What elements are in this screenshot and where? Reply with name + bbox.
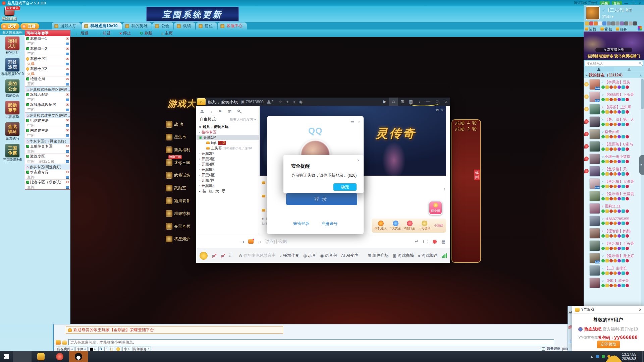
tab-groups[interactable] — [614, 67, 644, 72]
game-card-icon[interactable] — [248, 239, 254, 244]
page-menu-item[interactable]: 速撸三国 迷你三国 — [166, 156, 197, 169]
friend-row[interactable]: N/A ♂【宇风流】逗头 — [584, 78, 641, 90]
page-menu-item[interactable]: 星集市 — [166, 131, 197, 143]
mini-game[interactable]: 0嘉打金 — [404, 221, 415, 231]
board-icon[interactable] — [66, 186, 69, 189]
scrollbar-thumb[interactable] — [641, 79, 644, 109]
room-item[interactable]: 武勋专房1 ✉ 火爆 — [25, 56, 70, 66]
channel-tree-row[interactable]: 开黑4区 — [196, 162, 259, 167]
promo-banner[interactable]: 宝囤系统更新 — [146, 7, 239, 21]
close-icon[interactable]: × — [357, 158, 360, 163]
board-icon[interactable] — [66, 99, 69, 101]
search-input[interactable] — [585, 61, 643, 66]
room-section-header[interactable]: 华东专区3（网速良好） — [25, 138, 70, 144]
panel-collapse-handle[interactable] — [639, 155, 644, 175]
channel-tree-row[interactable]: 开黑2区 — [196, 151, 259, 156]
friend-row[interactable]: ♂【鱼乐撸】上头哥 — [584, 239, 641, 252]
tab[interactable]: 爵位 — [196, 22, 217, 29]
friend-row[interactable]: ♂【楚、汉】第一人 — [584, 115, 641, 128]
page-menu-item[interactable]: 颍川装备 — [166, 194, 197, 207]
series-item[interactable]: 金戈铁马 金戈铁马 — [0, 122, 25, 141]
mail-icon[interactable]: ✉ — [66, 103, 69, 107]
page-menu-item[interactable]: 战 功 — [166, 118, 197, 131]
star-icon[interactable]: ☆ — [278, 100, 282, 104]
friend-avatar[interactable] — [589, 278, 600, 288]
speaker-muted-icon[interactable] — [212, 253, 216, 258]
register-link[interactable]: 注册账号 — [321, 221, 337, 227]
friend-avatar[interactable]: N/A — [589, 79, 600, 90]
nav-button[interactable]: →前进 — [97, 31, 111, 36]
channel-tree-row[interactable]: 开黑6区 — [196, 172, 259, 178]
friend-avatar[interactable] — [589, 203, 600, 214]
friend-avatar[interactable] — [589, 141, 600, 152]
tab[interactable]: 公会 — [152, 22, 173, 29]
room-item[interactable]: 网通建主房 ✉ 空闲 — [25, 128, 70, 138]
series-item[interactable]: 武勋赛季 武勋赛季 — [0, 101, 25, 119]
yy-action-button[interactable]: 任务 — [616, 27, 627, 32]
list-icon[interactable]: ⊞ — [398, 98, 407, 106]
tool-button[interactable]: ▣游戏商城 — [392, 253, 414, 258]
tool-button[interactable]: ◎录音 — [303, 253, 316, 258]
board-icon[interactable] — [66, 109, 69, 111]
room-item[interactable]: 比赛专区（联赛试） ✉ 空闲 — [25, 180, 70, 190]
friend-avatar[interactable] — [589, 191, 600, 201]
live-button[interactable]: 直播 — [20, 23, 39, 29]
coin-badge[interactable]: 碰金币 — [429, 201, 442, 215]
room-item[interactable]: 水友赛专房 ✉ 空闲 — [25, 170, 70, 180]
friend-row[interactable]: N/A ♂【鱼乐撸】大洛哥 — [584, 177, 641, 190]
rules-ribbon[interactable]: 规则 — [474, 170, 480, 180]
room-section-header[interactable]: 经典模式建主专区(网通… — [25, 112, 70, 118]
close-icon[interactable]: × — [639, 307, 641, 312]
friend-row[interactable]: ♂赵云如虎 — [584, 128, 641, 140]
recent-icon[interactable]: ○ — [209, 109, 212, 114]
tab-friends[interactable] — [584, 67, 614, 72]
room-item[interactable]: 双线匹配房 ✉ 空闲 — [25, 92, 70, 102]
claim-button[interactable]: 立即领取 — [597, 341, 620, 348]
board-icon[interactable] — [66, 73, 69, 75]
mail-icon[interactable]: ✉ — [66, 128, 69, 133]
friend-row[interactable]: ♀雪莉11.11 — [584, 202, 641, 215]
plane-icon[interactable]: ✈ — [285, 100, 289, 104]
tray-security-icon[interactable] — [602, 355, 605, 358]
friend-avatar[interactable] — [589, 154, 600, 164]
taskbar-app-shop[interactable] — [50, 351, 69, 362]
board-icon[interactable] — [66, 134, 69, 137]
board-icon[interactable] — [66, 43, 69, 45]
friends-group-header[interactable]: 我的好友（11/124） ∧ — [584, 72, 644, 78]
mail-icon[interactable]: ✉ — [66, 77, 69, 81]
scroll-top-icon[interactable]: ↑ — [443, 186, 446, 191]
mail-icon[interactable]: ✉ — [66, 47, 69, 51]
series-item[interactable]: 我的公会 我的公会 — [0, 79, 25, 98]
channel-tree-row[interactable]: 起凡，爱玩不玩 — [196, 124, 259, 129]
emoji-icon[interactable]: ☺ — [257, 239, 262, 244]
message-input[interactable]: 说点什么吧 — [265, 239, 287, 245]
clock[interactable]: 13:17:55 2026/3/8 — [622, 352, 636, 361]
mail-icon[interactable]: ✉ — [66, 37, 69, 41]
location-icon[interactable]: ⚑ — [218, 109, 222, 114]
nav-button[interactable]: ×停止 — [119, 31, 131, 36]
series-item[interactable]: 三国争霸 三国争霸5v5 — [0, 144, 25, 162]
gift-icon[interactable]: ▦ — [441, 239, 445, 244]
mini-game[interactable]: 街机达人 — [375, 221, 387, 231]
self-avatar[interactable] — [200, 252, 208, 260]
channel-home-icon[interactable]: ⌂ — [197, 98, 206, 105]
password-login-link[interactable]: 账密登录 — [293, 221, 309, 227]
yy-action-button[interactable]: 背包 — [600, 27, 612, 32]
search-icon[interactable] — [639, 62, 641, 64]
room-item[interactable]: 绝世之局 ✉ 空闲 — [25, 76, 70, 86]
friend-avatar[interactable] — [589, 228, 600, 239]
mic-muted-icon[interactable] — [220, 253, 225, 258]
friend-row[interactable]: ♀【理智张】妈妈 — [584, 227, 641, 239]
mini-games-strip[interactable]: 街机达人 1大奖金 0嘉打金 刀万援场 小游戏 — [372, 219, 446, 233]
mode-row[interactable]: 自由模式 所有人可以发言 ▾ — [196, 117, 259, 124]
yy-status[interactable]: (在线) ▾ — [602, 14, 632, 19]
friend-avatar[interactable]: N/A — [589, 253, 600, 263]
mail-icon[interactable]: ✉ — [66, 67, 69, 71]
friend-row[interactable]: ♂【鱼乐撸】天 — [584, 165, 641, 177]
tv-icon[interactable]: ▶ — [380, 98, 389, 106]
search-icon[interactable] — [237, 110, 241, 114]
mail-icon[interactable]: ✉ — [66, 180, 69, 184]
chat-input[interactable] — [68, 339, 554, 345]
board-icon[interactable] — [66, 176, 69, 179]
live-button[interactable]: 虎牙 — [1, 23, 19, 29]
